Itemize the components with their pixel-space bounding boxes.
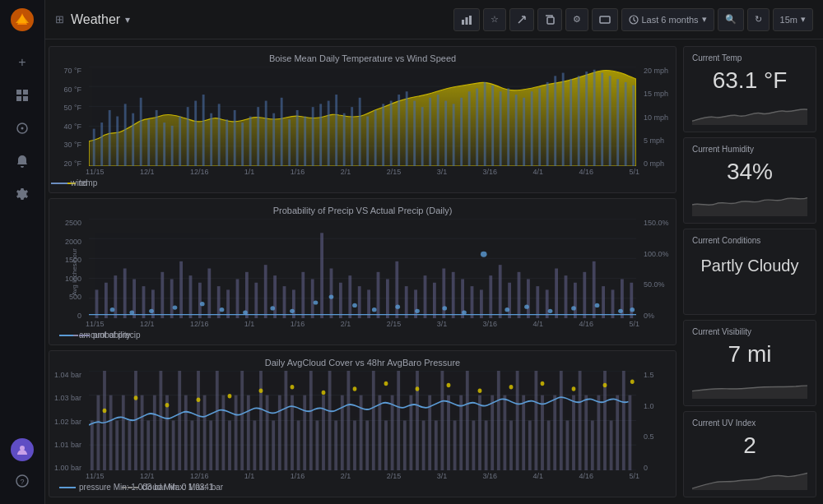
cloud-legend-line [122,487,138,488]
app-name-label: Weather [71,12,120,27]
bell-icon[interactable] [7,146,37,176]
svg-rect-223 [316,421,319,471]
time-range-arrow: ▾ [702,14,707,25]
current-temp-card: Current Temp 63.1 °F [683,46,816,132]
gear-icon[interactable] [7,179,37,209]
svg-rect-187 [91,421,94,471]
svg-rect-149 [574,283,577,318]
svg-rect-58 [374,110,377,166]
svg-rect-33 [179,117,181,167]
svg-rect-245 [453,421,457,471]
svg-rect-189 [103,371,106,470]
svg-rect-100 [114,275,117,318]
svg-rect-203 [191,421,194,471]
title-dropdown-arrow[interactable]: ▾ [125,14,130,25]
svg-point-277 [197,397,201,402]
svg-rect-220 [297,421,300,471]
svg-rect-148 [565,275,568,318]
uv-mini-chart [692,467,807,490]
star-button[interactable]: ☆ [483,8,506,31]
main-area: ⊞ Weather ▾ ☆ ⚙ Last 6 months ▾ [45,0,823,504]
svg-rect-155 [630,283,633,318]
current-visibility-card: Current Visibility 7 mi [683,320,816,406]
svg-rect-59 [382,104,384,166]
compass-icon[interactable] [7,113,37,143]
svg-rect-211 [240,371,244,470]
precip-y-axis-right: 150.0%100.0%50.0%0% [644,219,672,320]
svg-rect-45 [272,113,275,166]
svg-rect-117 [273,275,277,318]
time-range-selector[interactable]: Last 6 months ▾ [621,8,714,31]
add-icon[interactable]: + [7,48,37,77]
user-avatar[interactable] [11,438,34,461]
svg-rect-259 [541,395,544,470]
svg-rect-101 [123,269,127,319]
temp-wind-svg [89,67,636,166]
svg-rect-113 [236,279,239,318]
svg-rect-224 [322,395,325,470]
svg-rect-84 [578,76,580,166]
svg-rect-237 [403,421,407,471]
svg-point-281 [322,391,326,395]
svg-rect-48 [296,110,299,166]
svg-point-179 [618,309,623,313]
svg-rect-123 [330,269,333,319]
share-button[interactable] [509,8,534,31]
chart-type-button[interactable] [453,8,480,31]
svg-rect-13 [547,17,554,24]
current-conditions-card: Current Conditions Partly Cloudy [683,229,816,315]
svg-rect-121 [311,279,314,318]
cloud-pressure-chart: Daily AvgCloud Cover vs 48hr AvgBaro Pre… [49,350,677,497]
svg-rect-273 [629,395,632,470]
svg-rect-12 [469,16,472,25]
precip-title: Probability of Precip VS Actual Precip (… [56,206,669,215]
svg-point-284 [416,386,420,391]
svg-rect-205 [203,395,207,470]
interval-selector[interactable]: 15m ▾ [773,8,813,31]
copy-button[interactable] [537,8,562,31]
temp-x-axis: 11/1512/112/161/11/162/12/153/13/164/14/… [86,168,639,176]
app-logo[interactable] [9,7,35,33]
svg-rect-79 [538,88,541,166]
svg-rect-41 [241,123,244,166]
settings-button[interactable]: ⚙ [565,8,588,31]
zoom-in-button[interactable]: 🔍 [718,8,744,31]
svg-point-163 [270,306,275,310]
svg-point-280 [291,385,295,390]
svg-text:?: ? [21,478,25,486]
svg-rect-110 [207,269,211,319]
svg-rect-62 [406,91,408,166]
svg-rect-260 [547,421,551,471]
svg-rect-4 [23,96,28,101]
svg-point-172 [462,310,467,314]
svg-rect-76 [515,95,518,166]
svg-rect-136 [452,272,455,318]
svg-rect-23 [100,123,103,166]
svg-rect-208 [222,395,226,470]
svg-point-289 [572,386,576,391]
svg-point-286 [478,388,482,393]
svg-rect-43 [257,107,259,166]
svg-rect-73 [491,86,494,166]
svg-rect-105 [160,272,164,318]
svg-rect-38 [218,104,221,166]
svg-rect-14 [600,16,610,23]
svg-point-169 [395,305,400,309]
svg-rect-152 [602,286,605,318]
precip-x-axis: 11/1512/112/161/11/162/12/153/13/164/14/… [86,320,639,328]
svg-point-156 [110,307,115,312]
svg-rect-57 [366,117,369,167]
dashboard-icon[interactable] [7,81,37,110]
svg-rect-141 [499,265,502,318]
svg-rect-31 [163,123,165,166]
svg-point-290 [603,383,607,388]
svg-point-288 [541,381,545,386]
svg-rect-144 [527,279,530,318]
refresh-button[interactable]: ↻ [747,8,770,31]
display-button[interactable] [592,8,618,31]
svg-rect-98 [95,289,99,318]
svg-rect-56 [359,98,361,166]
help-icon[interactable]: ? [7,466,37,496]
svg-rect-193 [128,421,132,471]
current-conditions-label: Current Conditions [692,236,807,245]
